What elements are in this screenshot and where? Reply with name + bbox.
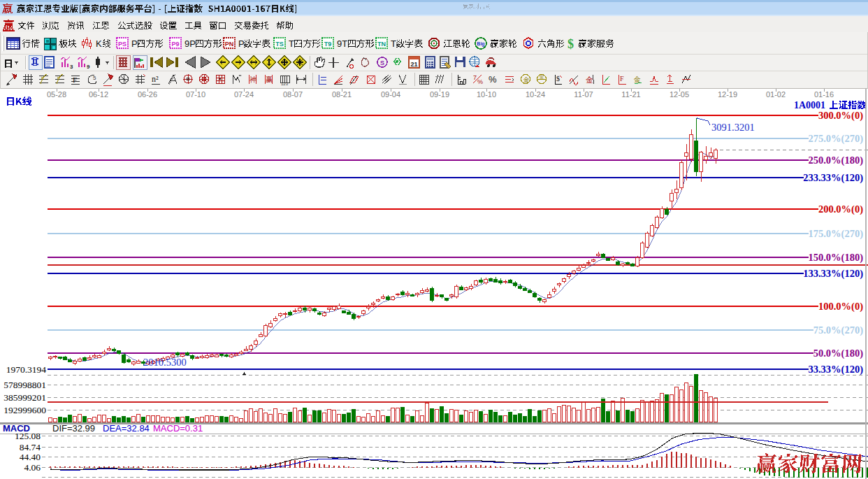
svg-text:PS: PS [118,41,126,48]
svg-text:150.0%(180): 150.0%(180) [808,252,863,264]
svg-text:75.0%(270): 75.0%(270) [813,324,863,336]
svg-text:9: 9 [87,64,90,70]
svg-text:%: % [489,74,497,85]
svg-text:100.0%(0): 100.0%(0) [818,301,863,313]
svg-text:250.0%(180): 250.0%(180) [808,155,863,166]
svg-text:125.08: 125.08 [15,431,41,441]
svg-text:%: % [477,78,483,85]
svg-text:金: 金 [586,76,593,84]
svg-text:123: 123 [281,82,289,86]
svg-text:$: $ [567,37,574,51]
svg-text:$: $ [556,75,560,83]
svg-text:TN: TN [377,41,386,48]
svg-text:3091.3201: 3091.3201 [711,122,755,133]
svg-text:44.40: 44.40 [20,452,41,462]
svg-text:PN: PN [225,41,234,48]
svg-text:233.33%(120): 233.33%(120) [803,172,863,184]
svg-text:9P: 9P [185,38,196,49]
svg-text:21: 21 [410,61,417,68]
svg-text:n²: n² [152,74,159,84]
svg-text:金: 金 [540,74,544,80]
svg-text:P: P [131,38,138,49]
svg-text:赢: 赢 [266,76,273,83]
svg-text:200.0%(0): 200.0%(0) [818,203,863,215]
svg-text:金: 金 [523,76,530,83]
svg-text:578998801: 578998801 [3,380,46,390]
svg-text:P9: P9 [171,41,179,48]
svg-text:275.0%(270): 275.0%(270) [808,133,863,145]
svg-text:133.33%(120): 133.33%(120) [803,268,863,280]
svg-text:MACD=0.31: MACD=0.31 [153,423,203,434]
svg-text:385999201: 385999201 [3,392,46,403]
svg-text:3: 3 [70,64,73,70]
svg-text:T: T [289,38,294,49]
svg-text:84.74: 84.74 [20,442,41,452]
svg-text:2010.5300: 2010.5300 [143,357,187,368]
svg-text:50.0%(180): 50.0%(180) [813,348,863,359]
svg-text:T: T [391,38,396,49]
svg-text:DIF=32.99: DIF=32.99 [52,423,95,434]
svg-text:P: P [238,38,245,49]
svg-text:F: F [73,76,77,84]
svg-text:F: F [620,75,624,83]
svg-text:S: S [380,59,384,66]
svg-text:4.06: 4.06 [24,462,41,473]
svg-text:1A0001: 1A0001 [794,100,825,110]
svg-text:DEA=32.84: DEA=32.84 [103,423,150,434]
svg-text:7: 7 [473,74,477,81]
svg-text:192999600: 192999600 [3,405,46,415]
svg-text:33.33%(120): 33.33%(120) [808,364,863,376]
svg-text:K: K [96,38,102,49]
svg-text:9T: 9T [337,38,347,49]
svg-text:金: 金 [633,76,641,83]
svg-text:神: 神 [249,76,256,83]
svg-text:300.0%(0): 300.0%(0) [818,110,863,122]
svg-text:1970.3194: 1970.3194 [6,364,47,375]
svg-text:175.0%(270): 175.0%(270) [808,228,863,240]
svg-text:TS: TS [275,41,284,48]
svg-text:Big: Big [477,41,484,47]
svg-text:T9: T9 [324,41,332,48]
svg-text:5: 5 [93,75,96,81]
